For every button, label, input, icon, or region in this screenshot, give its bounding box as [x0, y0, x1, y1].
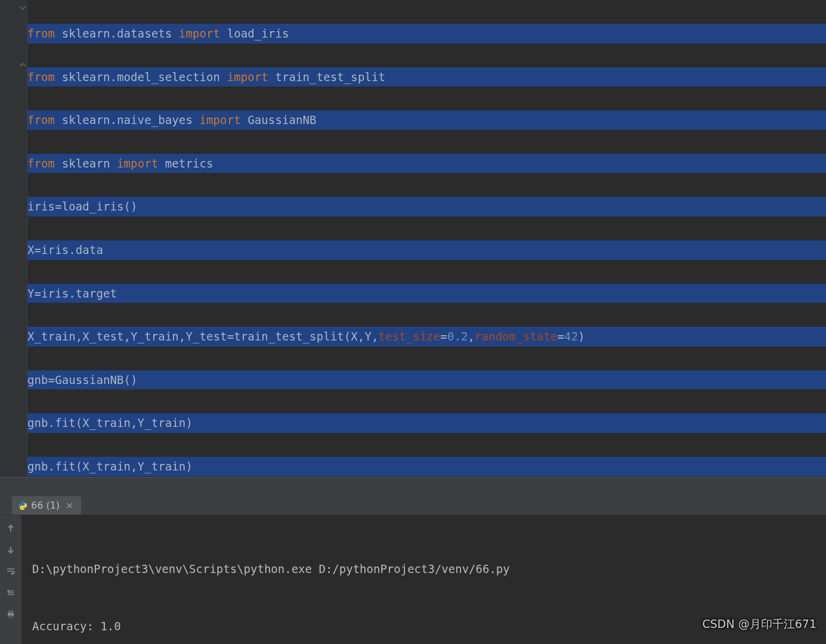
- pane-splitter[interactable]: [0, 477, 826, 491]
- code-area[interactable]: from sklearn.datasets import load_iris f…: [27, 0, 826, 477]
- code-line: X=iris.data: [27, 240, 826, 260]
- code-line: iris=load_iris(): [27, 197, 826, 216]
- code-line: from sklearn.naive_bayes import Gaussian…: [27, 110, 826, 130]
- code-line: X_train,X_test,Y_train,Y_test=train_test…: [27, 327, 826, 346]
- code-line: from sklearn.model_selection import trai…: [27, 67, 826, 87]
- watermark-text: CSDN @月印千江671: [703, 617, 816, 632]
- code-line: Y=iris.target: [27, 284, 826, 304]
- console-toolbar: [0, 515, 21, 644]
- run-tab[interactable]: 66 (1) ×: [12, 496, 81, 515]
- code-line: from sklearn.datasets import load_iris: [27, 24, 826, 44]
- scroll-down-icon[interactable]: [4, 543, 18, 557]
- console-line: Accuracy: 1.0: [32, 617, 815, 636]
- code-line: from sklearn import metrics: [27, 154, 826, 174]
- console-line: D:\pythonProject3\venv\Scripts\python.ex…: [32, 559, 815, 578]
- scroll-up-icon[interactable]: [4, 521, 18, 535]
- fold-marker-icon[interactable]: [19, 4, 27, 12]
- python-icon: [18, 501, 27, 510]
- console-tabbar: 66 (1) ×: [0, 491, 826, 515]
- print-icon[interactable]: [4, 607, 18, 621]
- code-line: gnb=GaussianNB(): [27, 370, 826, 390]
- code-line: gnb.fit(X_train,Y_train): [27, 413, 826, 433]
- code-line: gnb.fit(X_train,Y_train): [27, 457, 826, 476]
- editor-gutter: [0, 0, 27, 477]
- close-icon[interactable]: ×: [66, 500, 73, 511]
- svg-rect-2: [9, 615, 13, 617]
- svg-rect-1: [9, 611, 13, 613]
- editor-pane: from sklearn.datasets import load_iris f…: [0, 0, 826, 477]
- scroll-to-end-icon[interactable]: [4, 586, 18, 600]
- fold-marker-icon[interactable]: [19, 62, 27, 70]
- soft-wrap-icon[interactable]: [4, 564, 18, 578]
- run-tab-label: 66 (1): [31, 500, 60, 511]
